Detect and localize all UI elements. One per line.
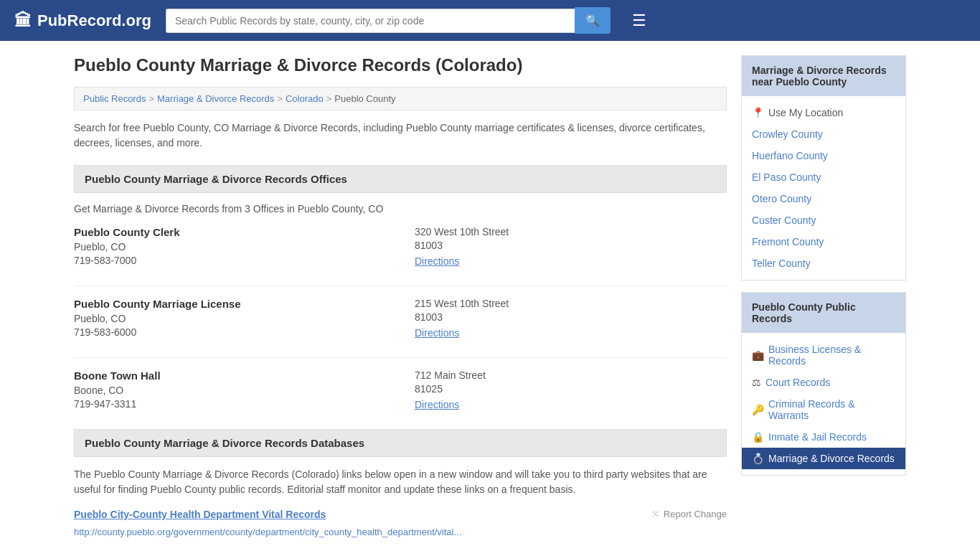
inmate-icon: 🔒	[752, 431, 764, 443]
nearby-fremont[interactable]: Fremont County	[742, 231, 905, 253]
office-1-zip: 81003	[415, 240, 727, 251]
nearby-custer-label: Custer County	[752, 215, 816, 226]
breadcrumb-sep-3: >	[326, 93, 332, 104]
search-icon: 🔍	[585, 14, 600, 27]
databases-section-text: The Pueblo County Marriage & Divorce Rec…	[74, 467, 727, 497]
offices-subtext: Get Marriage & Divorce Records from 3 Of…	[74, 203, 727, 215]
sidebar-marriage-records[interactable]: 💍 Marriage & Divorce Records	[742, 448, 905, 469]
sidebar-nearby-section: Marriage & Divorce Records near Pueblo C…	[741, 55, 906, 281]
office-1-directions[interactable]: Directions	[415, 255, 459, 267]
site-header: 🏛 PubRecord.org 🔍 ☰	[0, 0, 980, 41]
db-entry-1-title[interactable]: Pueblo City-County Health Department Vit…	[74, 509, 326, 520]
breadcrumb-sep-1: >	[149, 93, 154, 104]
sidebar-public-records-section: Pueblo County Public Records 💼 Business …	[741, 292, 906, 476]
sidebar-court-records[interactable]: ⚖ Court Records	[742, 372, 905, 393]
divider-2	[74, 357, 727, 358]
sidebar-nearby-header: Marriage & Divorce Records near Pueblo C…	[742, 56, 905, 96]
sidebar-public-records-header: Pueblo County Public Records	[742, 293, 905, 333]
db-entry-1-url[interactable]: http://county.pueblo.org/government/coun…	[74, 527, 461, 537]
offices-section-header: Pueblo County Marriage & Divorce Records…	[74, 165, 727, 193]
criminal-label: Criminal Records & Warrants	[768, 398, 895, 421]
search-button[interactable]: 🔍	[575, 7, 611, 34]
menu-button[interactable]: ☰	[632, 11, 646, 30]
office-2-city: Pueblo, CO	[74, 313, 386, 324]
office-3-name: Boone Town Hall	[74, 369, 386, 382]
nearby-huerfano-label: Huerfano County	[752, 150, 828, 161]
main-container: Pueblo County Marriage & Divorce Records…	[60, 41, 920, 551]
office-1-name: Pueblo County Clerk	[74, 226, 386, 238]
nearby-teller-label: Teller County	[752, 258, 811, 269]
report-change-button[interactable]: ⛌ Report Change	[651, 509, 727, 519]
office-1-address: 320 West 10th Street	[415, 226, 727, 237]
business-label: Business Licenses & Records	[768, 344, 895, 367]
nearby-elpaso[interactable]: El Paso County	[742, 166, 905, 188]
databases-section-header: Pueblo County Marriage & Divorce Records…	[74, 429, 727, 457]
office-2-name: Pueblo County Marriage License	[74, 298, 386, 310]
office-2-phone: 719-583-6000	[74, 326, 386, 338]
breadcrumb-sep-2: >	[277, 93, 283, 104]
office-3-city: Boone, CO	[74, 385, 386, 396]
office-entry-2: Pueblo County Marriage License Pueblo, C…	[74, 298, 727, 340]
report-change-icon: ⛌	[651, 509, 661, 519]
office-3-phone: 719-947-3311	[74, 398, 386, 410]
office-3-zip: 81025	[415, 383, 727, 395]
inmate-label: Inmate & Jail Records	[768, 431, 867, 443]
nearby-huerfano[interactable]: Huerfano County	[742, 145, 905, 166]
logo-text: PubRecord.org	[37, 11, 151, 30]
nearby-crowley-label: Crowley County	[752, 128, 823, 140]
breadcrumb: Public Records > Marriage & Divorce Reco…	[74, 87, 727, 110]
breadcrumb-pueblo-county: Pueblo County	[334, 93, 395, 104]
breadcrumb-colorado[interactable]: Colorado	[286, 93, 324, 104]
business-icon: 💼	[752, 349, 764, 361]
nearby-teller[interactable]: Teller County	[742, 253, 905, 274]
sidebar: Marriage & Divorce Records near Pueblo C…	[741, 55, 906, 537]
court-label: Court Records	[765, 377, 830, 388]
office-1-city: Pueblo, CO	[74, 241, 386, 253]
nearby-otero[interactable]: Otero County	[742, 188, 905, 209]
location-icon: 📍	[752, 107, 764, 118]
site-logo[interactable]: 🏛 PubRecord.org	[14, 11, 151, 31]
breadcrumb-marriage-divorce[interactable]: Marriage & Divorce Records	[157, 93, 274, 104]
page-title: Pueblo County Marriage & Divorce Records…	[74, 55, 727, 75]
logo-icon: 🏛	[14, 11, 32, 31]
nearby-custer[interactable]: Custer County	[742, 209, 905, 231]
breadcrumb-public-records[interactable]: Public Records	[83, 93, 146, 104]
sidebar-business-licenses[interactable]: 💼 Business Licenses & Records	[742, 339, 905, 372]
sidebar-criminal-records[interactable]: 🔑 Criminal Records & Warrants	[742, 393, 905, 426]
office-entry-1: Pueblo County Clerk Pueblo, CO 719-583-7…	[74, 226, 727, 268]
nearby-elpaso-label: El Paso County	[752, 171, 821, 183]
use-location-label: Use My Location	[768, 107, 843, 118]
sidebar-inmate-records[interactable]: 🔒 Inmate & Jail Records	[742, 426, 905, 448]
use-my-location[interactable]: 📍 Use My Location	[742, 102, 905, 123]
office-3-directions[interactable]: Directions	[415, 399, 459, 410]
search-input[interactable]	[166, 9, 575, 33]
office-2-directions[interactable]: Directions	[415, 327, 459, 339]
office-3-address: 712 Main Street	[415, 369, 727, 381]
office-2-address: 215 West 10th Street	[415, 298, 727, 309]
search-bar: 🔍	[166, 7, 611, 34]
intro-text: Search for free Pueblo County, CO Marria…	[74, 121, 727, 151]
criminal-icon: 🔑	[752, 404, 764, 415]
office-2-zip: 81003	[415, 311, 727, 323]
marriage-icon: 💍	[752, 453, 764, 464]
nearby-otero-label: Otero County	[752, 193, 811, 204]
office-entry-3: Boone Town Hall Boone, CO 719-947-3311 7…	[74, 369, 727, 412]
divider-1	[74, 286, 727, 286]
content-area: Pueblo County Marriage & Divorce Records…	[74, 55, 727, 537]
db-entry-1: Pueblo City-County Health Department Vit…	[74, 509, 727, 523]
office-1-phone: 719-583-7000	[74, 255, 386, 266]
nearby-crowley[interactable]: Crowley County	[742, 123, 905, 145]
marriage-label: Marriage & Divorce Records	[768, 453, 895, 464]
court-icon: ⚖	[752, 377, 761, 388]
report-change-label: Report Change	[664, 509, 727, 519]
nearby-fremont-label: Fremont County	[752, 236, 824, 248]
